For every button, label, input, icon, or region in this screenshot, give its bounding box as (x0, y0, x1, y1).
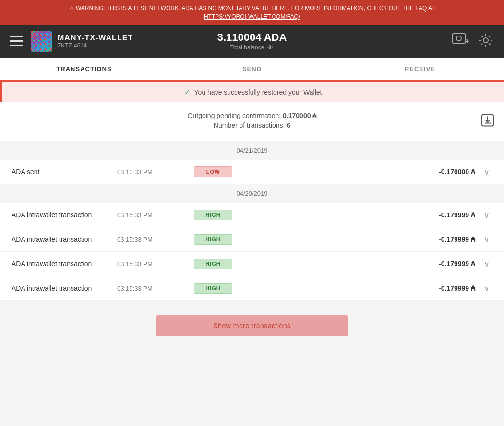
pending-text: Outgoing pending confirmation: 0.170000 … (19, 112, 485, 119)
tx-amount: -0.179999 ₳ (252, 284, 481, 292)
show-more-button[interactable]: Show more transactions (156, 315, 348, 336)
tx-type: ADA intrawallet transaction (12, 236, 117, 243)
main-content: Outgoing pending confirmation: 0.170000 … (0, 102, 504, 351)
header-left: MANY-TX-WALLET ZKTZ-4614 (10, 31, 171, 52)
badge-low: LOW (194, 166, 232, 177)
send-receive-icon[interactable] (450, 30, 471, 53)
tab-transactions[interactable]: TRANSACTIONS (0, 58, 168, 82)
balance-amount: 3.110004 ADA (171, 31, 333, 44)
header: MANY-TX-WALLET ZKTZ-4614 3.110004 ADA To… (0, 25, 504, 58)
eye-icon[interactable]: 👁 (267, 44, 274, 51)
tx-type: ADA sent (12, 168, 117, 176)
badge-high: HIGH (194, 259, 232, 269)
transaction-row[interactable]: ADA intrawallet transaction 03:15:33 PM … (0, 252, 504, 276)
transaction-row[interactable]: ADA intrawallet transaction 03:15:33 PM … (0, 227, 504, 252)
warning-text: WARNING: THIS IS A TEST NETWORK. ADA HAS… (76, 5, 435, 12)
svg-rect-3 (452, 34, 466, 43)
transaction-row[interactable]: ADA intrawallet transaction 03:15:33 PM … (0, 276, 504, 301)
tx-amount: -0.179999 ₳ (252, 260, 481, 268)
header-right (333, 30, 494, 53)
chevron-down-icon[interactable]: ∨ (481, 167, 492, 177)
success-message: You have successfully restored your Wall… (194, 88, 322, 96)
tx-badge: HIGH (194, 283, 252, 294)
chevron-down-icon[interactable]: ∨ (481, 211, 492, 220)
tx-badge: LOW (194, 166, 252, 177)
balance-label: Total balance 👁 (171, 44, 333, 51)
warning-icon: ⚠ (69, 5, 74, 12)
chevron-down-icon[interactable]: ∨ (481, 260, 492, 269)
tx-amount: -0.179999 ₳ (252, 236, 481, 243)
tx-time: 03:15:33 PM (117, 212, 194, 219)
tx-amount: -0.170000 ₳ (252, 168, 481, 176)
svg-point-5 (483, 38, 488, 43)
tx-badge: HIGH (194, 234, 252, 245)
success-banner: ✓ You have successfully restored your Wa… (0, 82, 504, 102)
badge-high: HIGH (194, 283, 232, 294)
tx-amount: -0.179999 ₳ (252, 211, 481, 219)
transaction-row[interactable]: ADA sent 03:13:33 PM LOW -0.170000 ₳ ∨ (0, 160, 504, 184)
pending-tx-count: Number of transactions: 6 (19, 121, 485, 129)
header-center: 3.110004 ADA Total balance 👁 (171, 31, 333, 51)
date-separator-1: 04/21/2019 (0, 141, 504, 160)
export-button[interactable] (481, 114, 494, 130)
tx-time: 03:15:33 PM (117, 236, 194, 243)
tx-time: 03:15:33 PM (117, 260, 194, 268)
transaction-row[interactable]: ADA intrawallet transaction 03:15:33 PM … (0, 203, 504, 227)
check-icon: ✓ (184, 87, 191, 96)
tx-badge: HIGH (194, 210, 252, 220)
tab-send[interactable]: SEND (168, 58, 336, 82)
chevron-down-icon[interactable]: ∨ (481, 235, 492, 244)
chevron-down-icon[interactable]: ∨ (481, 284, 492, 293)
badge-high: HIGH (194, 210, 232, 220)
pending-section: Outgoing pending confirmation: 0.170000 … (0, 102, 504, 141)
tabs: TRANSACTIONS SEND RECEIVE (0, 58, 504, 82)
wallet-avatar (31, 31, 52, 52)
tx-type: ADA intrawallet transaction (12, 284, 117, 292)
tx-time: 03:15:33 PM (117, 285, 194, 292)
badge-high: HIGH (194, 234, 232, 245)
warning-link[interactable]: HTTPS://YOROI-WALLET.COM/FAQ/ (204, 13, 300, 20)
wallet-name: MANY-TX-WALLET (58, 34, 133, 42)
hamburger-icon[interactable] (10, 36, 23, 47)
show-more-container: Show more transactions (0, 301, 504, 351)
svg-rect-0 (10, 36, 23, 37)
date-separator-2: 04/20/2019 (0, 184, 504, 203)
wallet-id: ZKTZ-4614 (58, 42, 133, 49)
tx-type: ADA intrawallet transaction (12, 260, 117, 268)
warning-banner: ⚠ WARNING: THIS IS A TEST NETWORK. ADA H… (0, 0, 504, 25)
tx-time: 03:13:33 PM (117, 168, 194, 176)
settings-icon[interactable] (477, 32, 494, 51)
svg-rect-1 (10, 40, 23, 42)
tx-type: ADA intrawallet transaction (12, 211, 117, 219)
wallet-info: MANY-TX-WALLET ZKTZ-4614 (58, 34, 133, 49)
svg-point-4 (456, 36, 461, 41)
tx-badge: HIGH (194, 259, 252, 269)
tab-receive[interactable]: RECEIVE (336, 58, 504, 82)
pending-amount: 0.170000 ₳ (283, 112, 316, 119)
svg-rect-2 (10, 45, 23, 46)
